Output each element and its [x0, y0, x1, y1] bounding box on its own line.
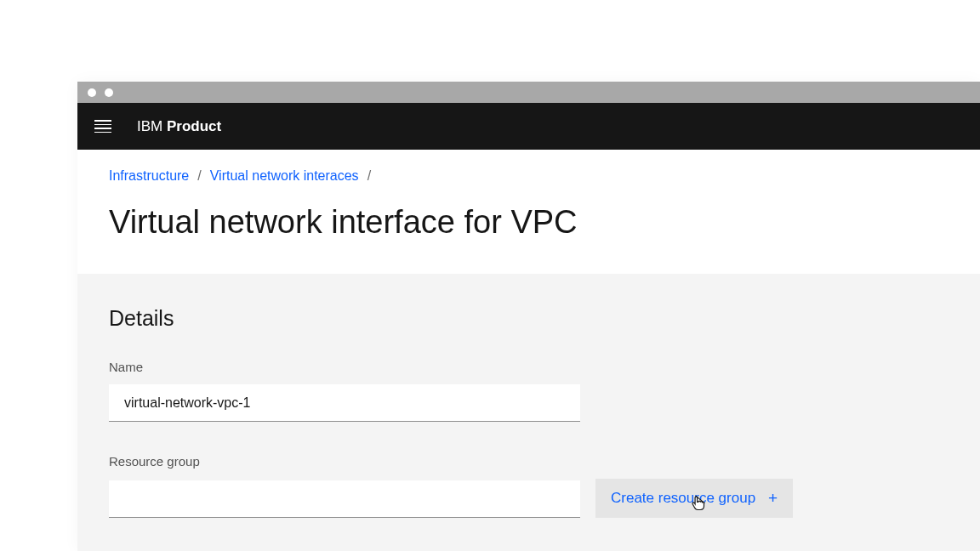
window-frame: IBM Product Infrastructure / Virtual net…	[77, 82, 980, 551]
breadcrumb-link-vni[interactable]: Virtual network interaces	[210, 168, 359, 184]
resource-group-input[interactable]	[109, 480, 580, 518]
page-title: Virtual network interface for VPC	[109, 204, 949, 241]
plus-icon: +	[768, 489, 778, 508]
section-heading-details: Details	[109, 306, 949, 331]
name-input[interactable]	[109, 384, 580, 422]
create-resource-group-label: Create resource group	[611, 490, 755, 507]
window-control-dot[interactable]	[88, 88, 96, 97]
brand-label: IBM Product	[137, 118, 221, 135]
breadcrumb-link-infrastructure[interactable]: Infrastructure	[109, 168, 189, 184]
form-group-name: Name	[109, 360, 949, 422]
window-control-dot[interactable]	[105, 88, 113, 97]
menu-icon[interactable]	[94, 118, 111, 135]
name-label: Name	[109, 360, 949, 374]
create-resource-group-button[interactable]: Create resource group +	[595, 479, 793, 518]
top-header: IBM Product	[77, 103, 980, 150]
breadcrumb: Infrastructure / Virtual network interac…	[109, 168, 949, 184]
brand-prefix: IBM	[137, 118, 162, 134]
breadcrumb-separator: /	[368, 168, 371, 184]
brand-name: Product	[167, 118, 221, 134]
breadcrumb-separator: /	[197, 168, 201, 184]
resource-group-label: Resource group	[109, 454, 949, 469]
resource-group-row: Create resource group +	[109, 479, 949, 518]
details-section: Details Name Resource group Create resou…	[77, 274, 980, 551]
breadcrumb-area: Infrastructure / Virtual network interac…	[77, 150, 980, 274]
window-titlebar	[77, 82, 980, 103]
form-group-resource-group: Resource group Create resource group +	[109, 454, 949, 518]
